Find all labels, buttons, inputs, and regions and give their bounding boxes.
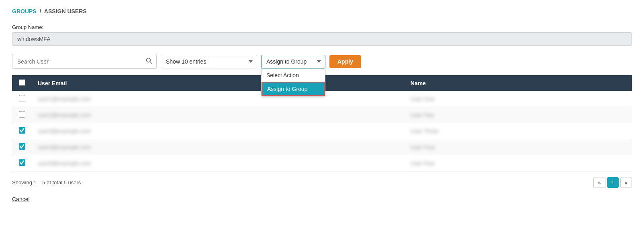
action-select[interactable]: Select Action Assign to Group [261,55,325,68]
user-email-cell: user2@example.com [32,107,405,123]
row-checkbox-cell [12,155,32,171]
page-1-button[interactable]: 1 [607,177,619,188]
dropdown-item-assign-to-group[interactable]: Assign to Group [262,82,325,96]
action-dropdown-menu: Select Action Assign to Group [261,68,325,97]
row-checkbox-cell [12,123,32,139]
breadcrumb-current: ASSIGN USERS [44,8,87,14]
groups-link[interactable]: GROUPS [12,8,38,14]
toolbar: Show 10 entries Show 25 entries Show 50 … [12,54,632,69]
row-checkbox-3[interactable] [19,143,25,150]
cancel-section: Cancel [12,196,632,202]
breadcrumb: GROUPS / ASSIGN USERS [12,8,632,14]
user-name-cell: User Two [405,107,632,123]
svg-line-1 [150,62,152,64]
dropdown-item-select-action[interactable]: Select Action [262,69,325,82]
breadcrumb-separator: / [40,8,41,14]
user-email-cell: user4@example.com [32,139,405,155]
apply-button[interactable]: Apply [329,55,361,68]
row-checkbox-cell [12,91,32,107]
pagination: « 1 » [593,177,632,188]
cancel-button[interactable]: Cancel [12,196,30,202]
table-row: user5@example.comUser Five [12,155,632,171]
footer-info: Showing 1 – 5 of total 5 users « 1 » [12,177,632,188]
table-row: user3@example.comUser Three [12,123,632,139]
search-wrapper [12,54,157,69]
user-name-cell: User Four [405,139,632,155]
select-all-header [12,75,32,91]
user-email-cell: user5@example.com [32,155,405,171]
next-page-button[interactable]: » [620,177,632,188]
group-name-field: Group Name: windowsMFA [12,24,632,46]
user-email-cell: user1@example.com [32,91,405,107]
user-name-cell: User One [405,91,632,107]
row-checkbox-0[interactable] [19,95,25,101]
email-column-header: User Email [32,75,405,91]
group-name-value: windowsMFA [12,32,632,46]
name-column-header: Name [405,75,632,91]
entries-select[interactable]: Show 10 entries Show 25 entries Show 50 … [161,55,257,68]
user-name-cell: User Three [405,123,632,139]
table-body: user1@example.comUser Oneuser2@example.c… [12,91,632,171]
row-checkbox-4[interactable] [19,159,25,166]
row-checkbox-2[interactable] [19,127,25,134]
select-all-checkbox[interactable] [19,79,25,86]
table-row: user2@example.comUser Two [12,107,632,123]
search-button[interactable] [142,54,156,68]
search-icon [146,58,152,64]
group-name-label: Group Name: [12,24,632,30]
page-wrapper: GROUPS / ASSIGN USERS Group Name: window… [0,0,644,235]
row-checkbox-cell [12,139,32,155]
user-email-cell: user3@example.com [32,123,405,139]
search-input[interactable] [12,55,142,68]
row-checkbox-cell [12,107,32,123]
row-checkbox-1[interactable] [19,111,25,118]
table-row: user4@example.comUser Four [12,139,632,155]
showing-text: Showing 1 – 5 of total 5 users [12,179,81,186]
action-dropdown-wrapper: Select Action Assign to Group Select Act… [261,55,325,68]
prev-page-button[interactable]: « [593,177,605,188]
user-name-cell: User Five [405,155,632,171]
